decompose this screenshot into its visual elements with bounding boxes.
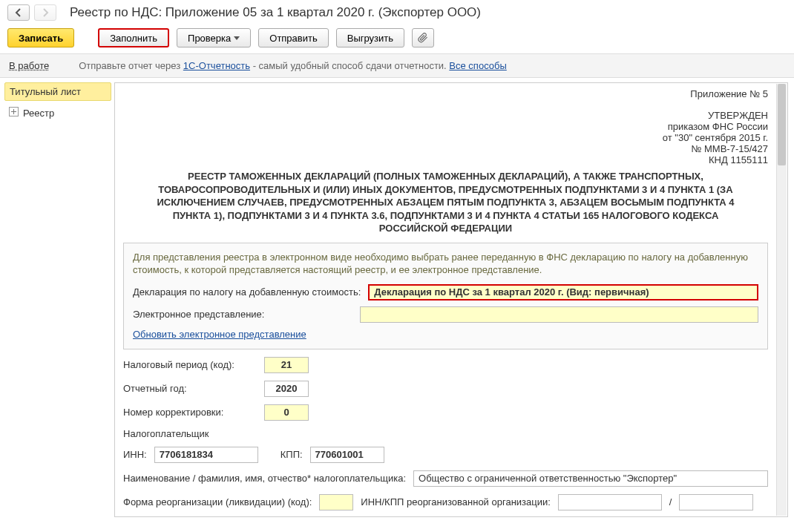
declaration-panel: Для представления реестра в электронном … bbox=[123, 243, 768, 349]
taxpayer-label: Налогоплательщик bbox=[123, 428, 209, 439]
period-field[interactable]: 21 bbox=[264, 357, 309, 373]
corr-label: Номер корректировки: bbox=[123, 407, 257, 418]
declaration-field[interactable]: Декларация по НДС за 1 квартал 2020 г. (… bbox=[368, 284, 758, 301]
link-1c-reporting[interactable]: 1С-Отчетность bbox=[183, 60, 250, 71]
attach-button[interactable] bbox=[412, 28, 434, 47]
inn-field[interactable]: 7706181834 bbox=[154, 447, 258, 463]
erepr-label: Электронное представление: bbox=[133, 309, 352, 320]
reorg-inn-label: ИНН/КПП реорганизованной организации: bbox=[361, 496, 551, 508]
nav-back-button[interactable] bbox=[7, 4, 30, 21]
period-label: Налоговый период (код): bbox=[123, 359, 257, 370]
vertical-scrollbar[interactable] bbox=[776, 84, 787, 516]
check-button[interactable]: Проверка bbox=[177, 28, 251, 47]
kpp-label: КПП: bbox=[280, 449, 303, 460]
panel-note: Для представления реестра в электронном … bbox=[133, 251, 758, 277]
sep: / bbox=[669, 496, 672, 508]
reorg-inn-field[interactable] bbox=[558, 494, 662, 510]
sidebar-item-registry[interactable]: Реестр bbox=[4, 104, 111, 122]
save-button[interactable]: Записать bbox=[7, 28, 74, 47]
chevron-down-icon bbox=[234, 36, 240, 40]
reorg-label: Форма реорганизации (ликвидации) (код): bbox=[123, 496, 312, 508]
info-hint: Отправьте отчет через 1С-Отчетность - са… bbox=[79, 60, 507, 71]
erepr-field[interactable] bbox=[360, 306, 758, 323]
annex-block: Приложение № 5 УТВЕРЖДЕН приказом ФНС Ро… bbox=[116, 84, 775, 167]
fill-button[interactable]: Заполнить bbox=[98, 28, 169, 47]
check-button-label: Проверка bbox=[188, 33, 231, 44]
paperclip-icon bbox=[418, 33, 428, 43]
corr-field[interactable]: 0 bbox=[264, 404, 309, 421]
refresh-erepr-link[interactable]: Обновить электронное представление bbox=[133, 329, 306, 340]
name-field[interactable]: Общество с ограниченной ответственностью… bbox=[413, 470, 768, 487]
scrollbar-thumb[interactable] bbox=[778, 84, 786, 165]
report-status[interactable]: В работе bbox=[9, 60, 49, 71]
year-field[interactable]: 2020 bbox=[264, 381, 309, 397]
reorg-code-field[interactable] bbox=[319, 494, 353, 510]
sidebar: Титульный лист Реестр bbox=[0, 78, 111, 517]
link-all-methods[interactable]: Все способы bbox=[449, 60, 506, 71]
export-button[interactable]: Выгрузить bbox=[336, 28, 404, 47]
kpp-field[interactable]: 770601001 bbox=[310, 447, 384, 463]
document-heading: РЕЕСТР ТАМОЖЕННЫХ ДЕКЛАРАЦИЙ (ПОЛНЫХ ТАМ… bbox=[116, 167, 775, 243]
inn-label: ИНН: bbox=[123, 449, 147, 460]
name-label: Наименование / фамилия, имя, отчество* н… bbox=[123, 473, 406, 484]
send-button[interactable]: Отправить bbox=[258, 28, 328, 47]
page-title: Реестр по НДС: Приложение 05 за 1 кварта… bbox=[61, 5, 481, 20]
reorg-kpp-field[interactable] bbox=[679, 494, 753, 510]
declaration-label: Декларация по налогу на добавленную стои… bbox=[133, 286, 361, 298]
year-label: Отчетный год: bbox=[123, 383, 257, 394]
sidebar-item-title-page[interactable]: Титульный лист bbox=[4, 82, 111, 101]
content-pane: Приложение № 5 УТВЕРЖДЕН приказом ФНС Ро… bbox=[114, 82, 788, 517]
nav-forward-button[interactable] bbox=[34, 4, 56, 21]
